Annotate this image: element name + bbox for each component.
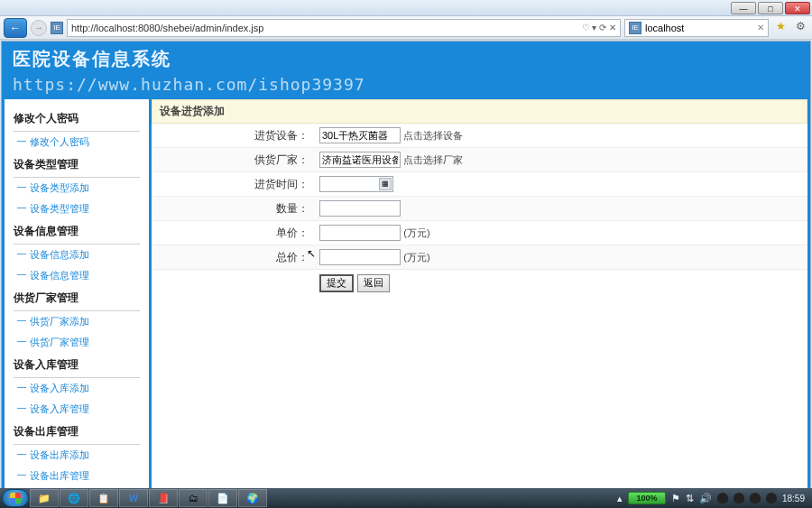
task-item[interactable]: 📁 [30, 489, 59, 507]
sidebar-item-outstock-add[interactable]: 设备出库添加 [14, 445, 140, 466]
tray-flag-icon[interactable]: ⚑ [671, 493, 680, 504]
tools-icon[interactable]: ⚙ [792, 20, 808, 36]
input-supplier[interactable] [319, 152, 401, 168]
window-minimize-button[interactable]: — [731, 2, 756, 14]
tab-label: localhost [645, 23, 684, 33]
battery-indicator[interactable]: 100% [628, 492, 666, 504]
row-qty: 数量： [152, 197, 807, 221]
label-device: 进货设备： [152, 124, 314, 148]
browser-tab[interactable]: IE localhost ✕ [624, 19, 769, 37]
url-bar[interactable]: http://localhost:8080/shebei/admin/index… [67, 19, 621, 37]
side-group-deviceinfo: 设备信息管理 [14, 219, 140, 245]
label-time: 进货时间： [152, 172, 314, 197]
hint-select-device[interactable]: 点击选择设备 [403, 130, 463, 141]
url-text: http://localhost:8080/shebei/admin/index… [71, 23, 263, 33]
row-time: 进货时间： ▦ [152, 172, 807, 197]
unit-total: (万元) [403, 252, 429, 263]
favorites-icon[interactable]: ★ [772, 20, 789, 36]
sidebar-item-outstock-manage[interactable]: 设备出库管理 [14, 466, 140, 486]
task-item[interactable]: 📄 [208, 489, 237, 507]
window-maximize-button[interactable]: □ [758, 2, 783, 14]
nav-back-button[interactable]: ← [4, 18, 27, 38]
app-body: 修改个人密码 修改个人密码 设备类型管理 设备类型添加 设备类型管理 设备信息管… [2, 99, 810, 508]
side-group-instock: 设备入库管理 [14, 353, 140, 378]
side-group-devicetype: 设备类型管理 [14, 152, 140, 178]
task-item[interactable]: 📕 [149, 489, 178, 507]
tray-net-icon[interactable]: ⇅ [686, 493, 694, 504]
sidebar-item-deviceinfo-add[interactable]: 设备信息添加 [14, 245, 140, 265]
sidebar-item-deviceinfo-manage[interactable]: 设备信息管理 [14, 265, 140, 286]
form-table: 进货设备： 点击选择设备 供货厂家： 点击选择厂家 进货时间： [152, 124, 807, 270]
tray-vol-icon[interactable]: 🔊 [699, 493, 712, 504]
form-title: 设备进货添加 [152, 99, 807, 124]
qq-icon[interactable] [766, 493, 777, 503]
window-titlebar: — □ ✕ [0, 0, 812, 16]
row-total: 总价： ↖ (万元) [152, 245, 807, 270]
sidebar-item-devicetype-add[interactable]: 设备类型添加 [14, 178, 140, 199]
tab-close-icon[interactable]: ✕ [757, 23, 764, 32]
back-button[interactable]: 返回 [357, 274, 390, 292]
sidebar-item-instock-manage[interactable]: 设备入库管理 [14, 399, 140, 420]
window-close-button[interactable]: ✕ [785, 2, 810, 14]
sidebar-item-change-password[interactable]: 修改个人密码 [14, 132, 140, 152]
calendar-icon[interactable]: ▦ [379, 178, 392, 190]
qq-icon[interactable] [750, 493, 761, 503]
input-device[interactable] [319, 127, 401, 143]
qq-icon[interactable] [717, 493, 728, 503]
label-total: 总价： [152, 245, 314, 270]
task-item[interactable]: 🌐 [60, 489, 88, 507]
page-icon: IE [51, 22, 63, 34]
nav-forward-button[interactable]: → [31, 20, 47, 36]
task-item[interactable]: 🌍 [238, 489, 267, 507]
sidebar-item-supplier-manage[interactable]: 供货厂家管理 [14, 332, 140, 353]
taskbar: 📁 🌐 📋 W 📕 🗂 📄 🌍 ▴ 100% ⚑ ⇅ 🔊 18:59 [0, 488, 812, 508]
sidebar-item-instock-add[interactable]: 设备入库添加 [14, 378, 140, 399]
row-unitprice: 单价： (万元) [152, 221, 807, 245]
tray-up-icon[interactable]: ▴ [617, 493, 623, 504]
side-group-outstock: 设备出库管理 [14, 420, 140, 445]
app-title: 医院设备信息系统 [13, 47, 799, 71]
taskbar-clock[interactable]: 18:59 [782, 494, 805, 503]
row-device: 进货设备： 点击选择设备 [152, 124, 807, 148]
unit-unitprice: (万元) [403, 227, 429, 238]
app-container: 医院设备信息系统 https://www.huzhan.com/ishop393… [1, 41, 811, 489]
task-item[interactable]: W [119, 489, 148, 507]
input-qty[interactable] [319, 200, 401, 217]
url-controls[interactable]: ♡ ▾ ⟳ ✕ [578, 23, 616, 32]
task-item[interactable]: 🗂 [179, 489, 208, 507]
input-unitprice[interactable] [319, 225, 401, 241]
system-tray: ▴ 100% ⚑ ⇅ 🔊 18:59 [617, 492, 810, 504]
label-supplier: 供货厂家： [152, 148, 314, 172]
sidebar-item-devicetype-manage[interactable]: 设备类型管理 [14, 199, 140, 219]
qq-icon[interactable] [734, 493, 744, 503]
tab-icon: IE [629, 22, 641, 34]
browser-nav-bar: ← → IE http://localhost:8080/shebei/admi… [0, 16, 812, 40]
row-supplier: 供货厂家： 点击选择厂家 [152, 148, 807, 172]
sidebar: 修改个人密码 修改个人密码 设备类型管理 设备类型添加 设备类型管理 设备信息管… [5, 99, 149, 508]
side-group-supplier: 供货厂家管理 [14, 286, 140, 311]
content-panel: 设备进货添加 进货设备： 点击选择设备 供货厂家： 点击选择厂家 [152, 99, 807, 508]
start-button[interactable] [2, 489, 29, 507]
hint-select-supplier[interactable]: 点击选择厂家 [403, 154, 463, 165]
label-unitprice: 单价： [152, 221, 314, 245]
input-total[interactable] [319, 249, 401, 265]
side-group-password: 修改个人密码 [14, 106, 140, 132]
label-qty: 数量： [152, 197, 314, 221]
watermark: https://www.huzhan.com/ishop39397 [13, 75, 799, 94]
app-header: 医院设备信息系统 https://www.huzhan.com/ishop393… [2, 42, 810, 99]
task-item[interactable]: 📋 [89, 489, 118, 507]
form-buttons: 提交 返回 [152, 270, 807, 292]
submit-button[interactable]: 提交 [319, 274, 354, 292]
sidebar-item-supplier-add[interactable]: 供货厂家添加 [14, 311, 140, 332]
